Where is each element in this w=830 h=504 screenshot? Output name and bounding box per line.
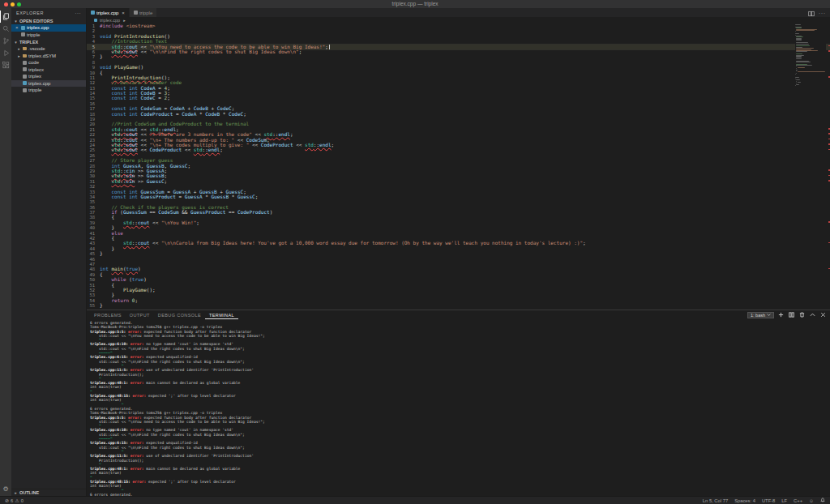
extensions-icon[interactable]	[0, 59, 11, 71]
chevron-down-icon	[767, 313, 771, 317]
tree-item-triplex-cpp[interactable]: triplex.cpp	[11, 80, 86, 88]
cpp-file-icon	[94, 19, 97, 22]
terminal-output[interactable]: 6 errors generated.Toms-MacBook-Pro:trip…	[87, 319, 830, 496]
chevron-down-icon: ▾	[14, 19, 18, 23]
close-icon[interactable]: ×	[15, 25, 19, 30]
line-text[interactable]: if (GuessSum == CodeSum && GuessProduct …	[100, 210, 272, 215]
tree-item-tripple[interactable]: tripple	[11, 87, 86, 94]
text-cursor	[329, 45, 330, 49]
kill-terminal-trash-icon[interactable]	[798, 311, 806, 318]
chevron-right-icon: ▸	[17, 46, 21, 51]
notifications-bell-icon[interactable]	[820, 498, 825, 503]
line-number[interactable]: 55	[87, 303, 100, 308]
line-text[interactable]: void PlayGame()	[100, 65, 143, 70]
tab-output[interactable]: OUTPUT	[126, 310, 154, 319]
open-editor-item-triplex-cpp[interactable]: × triplex.cpp	[11, 24, 86, 32]
code-area[interactable]: 1#include <iostream>23void PrintIntroduc…	[87, 23, 830, 308]
settings-gear-icon[interactable]: ⚙	[2, 486, 8, 493]
editor-more-actions-icon[interactable]: ···	[819, 11, 826, 15]
minimap-line	[796, 79, 799, 80]
line-text[interactable]: int main(true)	[100, 267, 141, 271]
eol-status[interactable]: LF	[781, 498, 787, 503]
line-text[interactable]: const int CodeC = 2;	[100, 96, 170, 100]
minimap-line	[795, 33, 799, 34]
line-text[interactable]: }	[100, 251, 103, 256]
cpp-file-icon	[21, 26, 25, 30]
problems-status[interactable]: ⊘ 6 ⚠ 0	[5, 498, 24, 503]
source-control-icon[interactable]	[0, 35, 11, 47]
search-icon[interactable]	[0, 23, 11, 35]
minimap-line	[796, 28, 802, 28]
line-text[interactable]: const int GuessProduct = GuessA * GuessB…	[100, 194, 258, 199]
minimap-line	[798, 67, 805, 68]
chevron-right-icon: ▸	[17, 53, 21, 58]
line-text[interactable]: #include <iostream>	[100, 23, 156, 28]
tab-tripple[interactable]: tripple	[130, 8, 157, 17]
maximize-panel-chevron-up-icon[interactable]	[809, 311, 816, 318]
window-title: triplex.cpp — triplex	[0, 0, 830, 8]
line-text[interactable]: return 0;	[100, 298, 138, 303]
minimap-line	[796, 30, 815, 31]
line-text[interactable]: std::cin >> GuessC;	[100, 179, 167, 184]
folder-icon	[23, 54, 27, 58]
minimap-line	[796, 51, 806, 52]
minimap-line	[796, 84, 798, 85]
line-text[interactable]: }	[100, 54, 103, 59]
tree-item-code[interactable]: code	[11, 59, 86, 66]
close-window-button[interactable]	[4, 2, 8, 6]
explorer-icon[interactable]	[0, 11, 11, 23]
cursor-position-status[interactable]: Ln 5, Col 77	[703, 498, 728, 503]
tree-item-triplex[interactable]: triplex	[11, 73, 86, 80]
minimap-line	[798, 82, 801, 83]
title-bar: triplex.cpp — triplex	[0, 0, 830, 8]
code-editor[interactable]: 1#include <iostream>23void PrintIntroduc…	[87, 23, 830, 310]
chevron-right-icon: ▸	[14, 490, 18, 495]
encoding-status[interactable]: UTF-8	[762, 498, 775, 503]
terminal-shell-select[interactable]: 1: bash	[747, 312, 774, 318]
explorer-sidebar: EXPLORER ··· ▾ OPEN EDITORS × triplex.cp…	[11, 8, 87, 496]
line-text[interactable]: std::cout << "\nYou Win!";	[100, 220, 199, 225]
zoom-window-button[interactable]	[17, 2, 21, 6]
line-text[interactable]: std::cout << "\n\nCarola from Big Ideas …	[100, 241, 586, 246]
close-panel-icon[interactable]	[819, 311, 827, 318]
workspace-header[interactable]: ▾ TRIPLEX	[11, 38, 86, 45]
tree-item-triplecx[interactable]: triplecx	[11, 66, 86, 74]
minimize-window-button[interactable]	[11, 2, 15, 6]
vscode-window: triplex.cpp — triplex ⚙ EXPLORER	[0, 0, 830, 504]
new-terminal-icon[interactable]	[777, 311, 785, 318]
close-tab-icon[interactable]: ×	[122, 11, 125, 15]
feedback-smiley-icon[interactable]: ☺	[809, 498, 814, 503]
minimap-line	[796, 40, 802, 41]
tab-debug-console[interactable]: DEBUG CONSOLE	[154, 310, 205, 319]
error-count: 6	[11, 498, 13, 503]
tree-item-triplex-dsym-folder[interactable]: ▸ triplex.dSYM	[11, 53, 86, 60]
indentation-status[interactable]: Spaces: 4	[734, 498, 755, 503]
explorer-actions-icon[interactable]: ···	[75, 11, 82, 15]
split-terminal-icon[interactable]	[788, 311, 795, 318]
line-text[interactable]: }	[100, 303, 103, 308]
outline-section-header[interactable]: ▸ OUTLINE	[11, 489, 86, 496]
run-debug-icon[interactable]	[0, 47, 11, 59]
tree-item-vscode-folder[interactable]: ▸ .vscode	[11, 45, 86, 53]
language-mode-status[interactable]: C++	[794, 498, 802, 503]
minimap-line	[795, 24, 801, 25]
minimap-line	[796, 65, 811, 66]
line-text[interactable]: std::cout << "\n\nFind the right codes t…	[100, 49, 302, 54]
tab-triplex-cpp[interactable]: triplex.cpp ×	[87, 8, 130, 17]
tab-problems[interactable]: PROBLEMS	[90, 310, 126, 319]
breadcrumb[interactable]: triplex.cpp ▸	[87, 17, 830, 23]
minimap[interactable]	[795, 24, 826, 86]
minimap-line	[796, 48, 814, 49]
window-controls	[4, 2, 21, 6]
minimap-line	[796, 58, 802, 59]
errors-icon: ⊘	[5, 498, 9, 503]
code-line-55[interactable]: 55}	[87, 303, 830, 308]
editor-tabs-bar: triplex.cpp × tripple ···	[87, 8, 830, 17]
line-text[interactable]: const int CodeProduct = CodeA * CodeB * …	[100, 112, 246, 117]
folder-icon	[23, 47, 27, 50]
line-text[interactable]: std::cout << CodeProduct << std::endl;	[100, 147, 223, 152]
open-editors-header[interactable]: ▾ OPEN EDITORS	[11, 17, 86, 24]
open-editor-item-tripple[interactable]: tripple	[11, 32, 86, 39]
tab-terminal[interactable]: TERMINAL	[205, 310, 238, 319]
warnings-icon: ⚠	[15, 498, 19, 503]
